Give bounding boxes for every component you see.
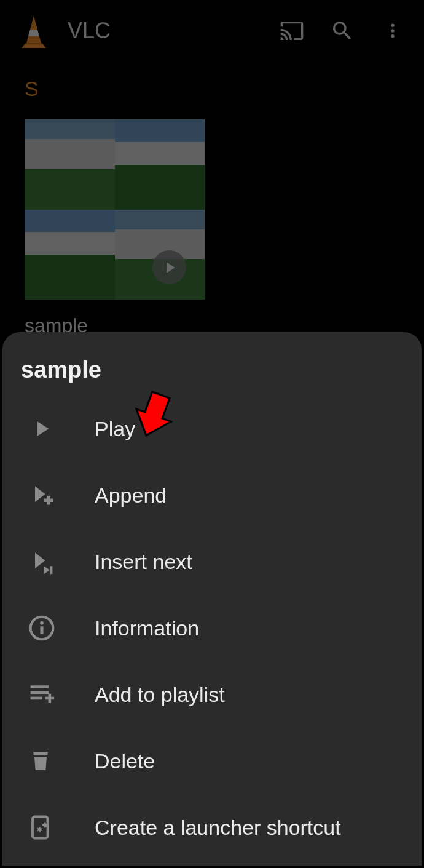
sheet-item-insert-next[interactable]: Insert next — [2, 528, 422, 595]
svg-rect-18 — [33, 752, 47, 755]
insert-next-icon — [28, 548, 55, 575]
sheet-item-delete[interactable]: Delete — [2, 728, 422, 794]
append-icon — [28, 482, 55, 509]
context-sheet: sample Play Append Insert next — [2, 332, 422, 866]
sheet-item-label: Delete — [95, 749, 155, 773]
annotation-arrow — [132, 391, 175, 440]
svg-marker-20 — [132, 391, 175, 440]
svg-rect-17 — [49, 694, 52, 703]
svg-rect-14 — [31, 691, 49, 695]
sheet-item-label: Create a launcher shortcut — [95, 816, 341, 840]
trash-icon — [28, 749, 53, 773]
play-icon — [28, 416, 54, 442]
sheet-title: sample — [2, 357, 422, 396]
svg-rect-12 — [40, 626, 43, 634]
shortcut-icon — [28, 814, 54, 840]
sheet-item-append[interactable]: Append — [2, 462, 422, 528]
sheet-item-launcher-shortcut[interactable]: Create a launcher shortcut — [2, 794, 422, 861]
svg-point-11 — [40, 621, 44, 625]
info-icon — [28, 615, 55, 642]
sheet-item-label: Play — [95, 417, 135, 441]
svg-rect-15 — [31, 697, 42, 700]
playlist-add-icon — [28, 681, 55, 708]
sheet-item-label: Append — [95, 484, 167, 508]
sheet-item-label: Add to playlist — [95, 683, 225, 707]
sheet-item-play[interactable]: Play — [2, 396, 422, 462]
sheet-item-label: Insert next — [95, 550, 192, 574]
sheet-item-label: Information — [95, 616, 199, 640]
svg-rect-9 — [50, 566, 53, 574]
svg-rect-13 — [31, 685, 49, 688]
sheet-item-information[interactable]: Information — [2, 595, 422, 661]
svg-rect-8 — [47, 496, 50, 505]
sheet-item-add-to-playlist[interactable]: Add to playlist — [2, 661, 422, 728]
